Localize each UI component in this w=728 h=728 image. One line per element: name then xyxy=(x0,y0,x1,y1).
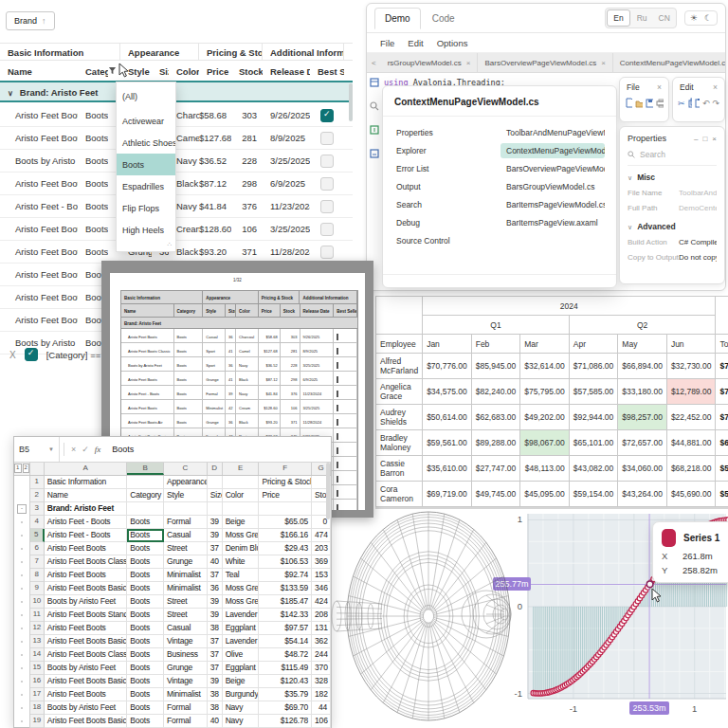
value-cell[interactable]: $68,218.00 xyxy=(666,456,716,482)
menu-item-file[interactable]: File xyxy=(380,38,394,48)
language-button-en[interactable]: En xyxy=(607,9,629,27)
column-header-F[interactable]: F xyxy=(259,463,312,475)
cell-D4[interactable]: 39 xyxy=(208,516,223,529)
cell-F19[interactable]: $126.78 xyxy=(259,715,312,728)
best-seller-checkbox[interactable] xyxy=(320,132,334,145)
value-cell[interactable]: $48,113.00 xyxy=(520,456,570,482)
cell-F14[interactable]: $48.72 xyxy=(259,648,312,662)
redo-icon[interactable]: ↷ xyxy=(712,99,719,108)
row-header-11[interactable]: 11 xyxy=(30,609,45,622)
cell-G18[interactable]: 44 xyxy=(312,701,331,715)
row-header-8[interactable]: 8 xyxy=(30,569,45,582)
filter-option[interactable]: Espadrilles xyxy=(117,175,175,197)
row-header-19[interactable]: 19 xyxy=(30,715,45,728)
search-icon[interactable] xyxy=(370,101,379,111)
cell-D5[interactable]: 39 xyxy=(208,529,223,542)
cell-B11[interactable]: Boots xyxy=(127,609,164,622)
cell-D8[interactable]: 37 xyxy=(208,569,223,582)
filter-enabled-checkbox[interactable] xyxy=(25,348,38,361)
table-row[interactable]: Aristo Feet BootsBootsCharcoal$58.683039… xyxy=(0,104,353,127)
cell-F11[interactable]: $142.33 xyxy=(259,609,312,622)
value-cell[interactable]: $59,561.00 xyxy=(423,430,472,456)
cell-C16[interactable]: Vintage xyxy=(164,675,208,688)
cut-icon[interactable]: ✂ xyxy=(678,99,685,108)
row-header-5[interactable]: 5 xyxy=(30,529,45,542)
value-cell[interactable]: $32,730.00 xyxy=(666,354,716,379)
cell-E5[interactable]: Moss Green xyxy=(223,529,260,542)
table-row[interactable]: Cassie Barron$35,610.00$27,747.00$48,113… xyxy=(376,456,728,482)
value-cell[interactable]: $85,945.00 xyxy=(471,354,520,379)
column-header[interactable]: Release Date xyxy=(263,61,310,82)
value-cell[interactable]: $82,240.00 xyxy=(471,379,520,405)
cell-A1[interactable]: Basic Information xyxy=(45,476,127,489)
table-row[interactable]: Boots by Aristo FeetBootsNavy$36.522283/… xyxy=(0,150,353,173)
cell-E9[interactable]: Moss Green xyxy=(223,582,260,595)
cell-F6[interactable]: $29.43 xyxy=(259,542,312,555)
table-row[interactable]: Aristo Feet - BootsBootsNavy$41.8437611/… xyxy=(0,195,353,218)
sun-icon[interactable]: ☀ xyxy=(690,13,698,23)
best-seller-checkbox[interactable] xyxy=(320,155,334,168)
cell-D13[interactable]: 37 xyxy=(208,635,223,648)
value-cell[interactable]: $65,101.00 xyxy=(569,430,618,456)
close-icon[interactable]: × xyxy=(712,135,717,143)
cell-B7[interactable]: Boots xyxy=(127,555,164,569)
cell-F9[interactable]: $133.59 xyxy=(259,582,312,595)
value-cell[interactable]: $45,095.00 xyxy=(520,482,570,507)
cell-C13[interactable]: Vintage xyxy=(164,635,208,648)
maximize-icon[interactable]: □ xyxy=(702,135,707,143)
cell-F7[interactable]: $106.53 xyxy=(259,555,312,569)
value-cell[interactable]: $71,086.00 xyxy=(569,354,618,379)
column-header[interactable]: Best Seller xyxy=(310,61,344,82)
cell-A6[interactable]: Aristo Feet Boots xyxy=(45,542,127,555)
cell-G16[interactable]: 328 xyxy=(312,675,331,688)
cell-B3[interactable] xyxy=(127,502,164,516)
filter-option[interactable]: Flip Flops xyxy=(117,197,175,219)
corner-cell[interactable] xyxy=(30,463,45,475)
cell-E8[interactable]: Teal xyxy=(223,569,260,582)
value-cell[interactable]: $49,202.00 xyxy=(520,405,570,430)
cell-C17[interactable]: Minimalist xyxy=(164,688,208,701)
scroll-tabs-left-icon[interactable]: < xyxy=(367,53,381,72)
cell-B10[interactable]: Boots xyxy=(127,595,164,609)
value-cell[interactable]: $34,575.00 xyxy=(423,379,472,405)
cell-B17[interactable]: Boots xyxy=(127,688,164,701)
paste-icon[interactable] xyxy=(695,98,699,108)
cell-A11[interactable]: Aristo Feet Boots Standard xyxy=(45,609,127,622)
row-header-9[interactable]: 9 xyxy=(30,582,45,595)
tab-demo[interactable]: Demo xyxy=(374,8,421,29)
best-seller-checkbox[interactable] xyxy=(320,200,334,213)
cell-A5[interactable]: Aristo Feet - Boots xyxy=(45,529,127,542)
cell-B14[interactable]: Boots xyxy=(127,648,164,662)
property-row[interactable]: Build ActionC# Compiler xyxy=(620,234,724,249)
value-cell[interactable]: $35,610.00 xyxy=(423,456,472,482)
value-cell[interactable]: $12,789.00 xyxy=(666,379,716,405)
popup-row[interactable]: ExplorerContextMenuPageViewModel.cs xyxy=(383,141,616,159)
column-header[interactable]: Name xyxy=(0,61,78,82)
row-header-4[interactable]: 4 xyxy=(30,516,45,529)
cell-C4[interactable]: Formal xyxy=(164,516,208,529)
popup-row-file[interactable]: BarItemsPageView.axaml xyxy=(500,215,605,230)
value-cell[interactable]: $49,745.00 xyxy=(471,482,520,507)
cell-D19[interactable]: 40 xyxy=(208,715,223,728)
formula-bar-value[interactable]: Boots xyxy=(112,445,134,454)
popup-row-file[interactable]: BarsOverviewPageViewModel.cs xyxy=(500,161,605,176)
cell-G13[interactable]: 362 xyxy=(312,635,331,648)
group-row[interactable]: ∨Brand: Aristo Feet xyxy=(0,81,353,102)
cell-D6[interactable]: 37 xyxy=(208,542,223,555)
cell-E1[interactable] xyxy=(223,476,260,489)
value-cell[interactable]: $75,795.00 xyxy=(520,379,570,405)
cell-A12[interactable]: Aristo Feet Boots xyxy=(45,622,127,635)
popup-row[interactable]: DebugBarItemsPageView.axaml xyxy=(383,213,616,231)
cell-A17[interactable]: Aristo Feet Boots xyxy=(45,688,127,701)
cell-E6[interactable]: Denim Blue xyxy=(223,542,260,555)
language-button-cn[interactable]: CN xyxy=(653,10,676,26)
cell-B5[interactable]: Boots xyxy=(127,529,164,542)
cell-B1[interactable] xyxy=(127,476,164,489)
cell-G14[interactable]: 244 xyxy=(312,648,331,662)
close-tab-icon[interactable]: × xyxy=(601,59,606,67)
cell-A19[interactable]: Aristo Feet Boots Basic xyxy=(45,715,127,728)
best-seller-checkbox[interactable] xyxy=(320,109,334,122)
cell-C9[interactable]: Minimalist xyxy=(164,582,208,595)
row-header-7[interactable]: 7 xyxy=(30,555,45,569)
value-cell[interactable]: $98,067.00 xyxy=(520,430,570,456)
